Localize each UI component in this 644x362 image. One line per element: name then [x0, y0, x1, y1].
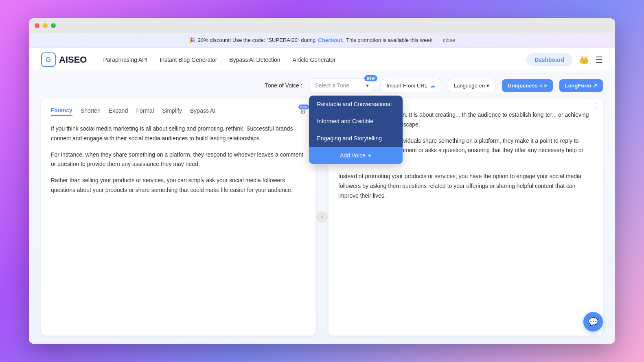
uniqueness-label: Uniqueness — [508, 83, 538, 89]
right-para-3: Instead of promoting your products or se… — [338, 172, 593, 201]
nav-article-generator[interactable]: Article Generator — [293, 57, 336, 63]
promo-emoji: 🎉 — [189, 37, 195, 43]
left-para-1: If you think social media marketing is a… — [51, 124, 306, 144]
longform-label: LongForm — [565, 83, 591, 89]
logo-icon: G — [41, 52, 56, 67]
dashboard-button[interactable]: Dashboard — [526, 53, 572, 66]
tab-shorten[interactable]: Shorten — [81, 107, 101, 116]
tab-bypass-ai[interactable]: Bypass AI — [190, 107, 215, 116]
promo-banner: 🎉 20% discount! Use the code: "SUPERAI20… — [29, 33, 615, 48]
tone-option-informed[interactable]: Informed and Credible — [309, 113, 403, 130]
traffic-light-yellow[interactable] — [43, 23, 48, 28]
logo-text: AISEO — [59, 55, 87, 65]
editor-tabs: Fluency Shorten Expand Formal Simplify B… — [51, 107, 306, 116]
tab-expand[interactable]: Expand — [109, 107, 128, 116]
tone-select-button[interactable]: Select a Tone ▾ — [309, 79, 374, 92]
tone-option-engaging[interactable]: Engaging and Storytelling — [309, 130, 403, 147]
language-chevron-icon: ▾ — [486, 83, 489, 89]
tone-of-voice-label: Tone of Voice : — [265, 82, 302, 89]
tone-option-relatable[interactable]: Relatable and Conversational — [309, 96, 403, 113]
left-para-3: Rather than selling your products or ser… — [51, 176, 306, 195]
traffic-light-green[interactable] — [51, 23, 56, 28]
add-voice-label: Add Voice — [340, 152, 366, 159]
main-content: Tone of Voice : Select a Tone ▾ new Rela… — [29, 72, 615, 344]
toolbar-row: Tone of Voice : Select a Tone ▾ new Rela… — [29, 72, 615, 99]
traffic-light-red[interactable] — [35, 23, 39, 28]
longform-button[interactable]: LongForm ↗ — [559, 79, 603, 92]
navbar: G AISEO Paraphrasing API Instant Blog Ge… — [29, 48, 615, 72]
tab-fluency[interactable]: Fluency — [51, 107, 72, 116]
checkout-link[interactable]: Checkout. — [318, 37, 344, 43]
tab-simplify[interactable]: Simplify — [162, 107, 182, 116]
browser-titlebar — [29, 18, 615, 33]
language-label: Language — [454, 83, 478, 89]
language-value: en — [479, 83, 485, 89]
tone-chevron-down-icon: ▾ — [366, 82, 369, 89]
right-drag-handle-icon[interactable]: ⋮⋮ — [587, 102, 600, 110]
tab-formal[interactable]: Formal — [136, 107, 154, 116]
tone-dropdown: Relatable and Conversational Informed an… — [309, 96, 403, 164]
nav-instant-blog[interactable]: Instant Blog Generator — [160, 57, 217, 63]
nav-paraphrasing-api[interactable]: Paraphrasing API — [103, 57, 147, 63]
cloud-upload-icon: ☁ — [430, 83, 435, 89]
add-voice-button[interactable]: Add Voice + — [309, 147, 403, 164]
uniqueness-arrows-icon: < > — [539, 83, 547, 89]
expand-arrow-button[interactable]: › — [316, 212, 328, 223]
tone-select-container: Select a Tone ▾ new Relatable and Conver… — [309, 79, 374, 92]
logo: G AISEO — [41, 52, 87, 67]
import-from-url-button[interactable]: Import From URL ☁ — [381, 79, 441, 92]
promo-text-after: This promotion is available this week — [346, 37, 432, 43]
hamburger-menu-icon[interactable]: ☰ — [596, 55, 603, 65]
nav-bypass-ai[interactable]: Bypass AI Detection — [229, 57, 280, 63]
longform-external-icon: ↗ — [593, 83, 597, 89]
import-url-label: Import From URL — [387, 83, 427, 89]
language-selector[interactable]: Language en ▾ — [448, 79, 495, 92]
nav-right: Dashboard 👑 ☰ — [526, 53, 603, 66]
left-editor-text: If you think social media marketing is a… — [51, 124, 306, 195]
promo-text-before: 20% discount! Use the code: "SUPERAI20" … — [198, 37, 316, 43]
left-editor-panel: Fluency Shorten Expand Formal Simplify B… — [41, 99, 315, 336]
add-voice-plus-icon: + — [368, 152, 371, 159]
uniqueness-button[interactable]: Uniqueness < > — [502, 79, 552, 92]
chat-fab-button[interactable]: 💬 — [583, 312, 603, 331]
left-para-2: For instance, when they share something … — [51, 150, 306, 170]
tone-new-badge: new — [364, 75, 377, 81]
crown-icon: 👑 — [579, 55, 589, 65]
chat-icon: 💬 — [588, 317, 598, 327]
nav-links: Paraphrasing API Instant Blog Generator … — [103, 57, 510, 63]
promo-close-button[interactable]: close — [443, 37, 455, 43]
